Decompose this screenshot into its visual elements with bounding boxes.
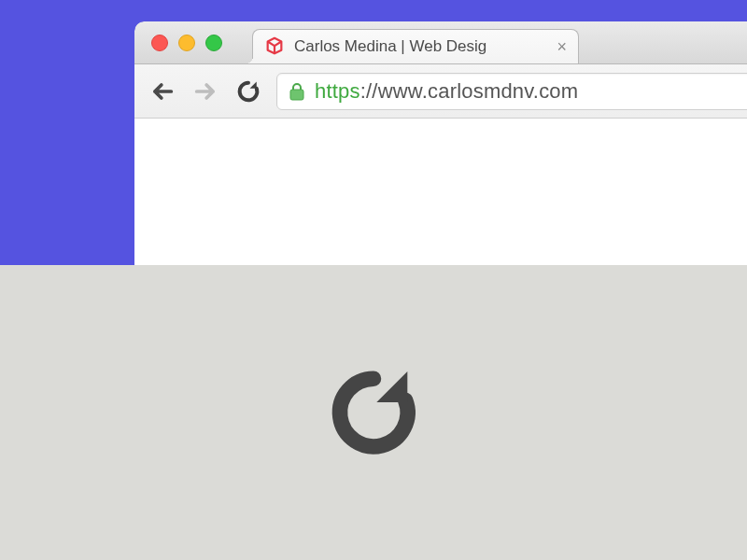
- toolbar: https://www.carlosmdnv.com: [134, 64, 747, 119]
- large-reload-icon: [322, 361, 425, 464]
- url-text: https://www.carlosmdnv.com: [315, 79, 578, 104]
- favicon-icon: [264, 36, 285, 57]
- maximize-window-button[interactable]: [205, 35, 222, 51]
- titlebar: Carlos Medina | Web Desig ×: [134, 21, 747, 64]
- tab-close-button[interactable]: ×: [557, 38, 567, 55]
- back-button[interactable]: [148, 77, 177, 106]
- close-window-button[interactable]: [151, 35, 168, 51]
- forward-button[interactable]: [190, 77, 220, 106]
- gray-panel: [0, 265, 747, 560]
- arrow-left-icon: [149, 78, 176, 105]
- browser-window: Carlos Medina | Web Desig ×: [134, 21, 747, 265]
- address-bar[interactable]: https://www.carlosmdnv.com: [276, 73, 747, 110]
- svg-rect-0: [290, 90, 303, 100]
- minimize-window-button[interactable]: [178, 35, 195, 51]
- reload-icon: [235, 78, 261, 105]
- reload-button[interactable]: [233, 77, 263, 106]
- url-rest: //www.carlosmdnv.com: [366, 79, 578, 103]
- arrow-right-icon: [192, 78, 218, 105]
- url-scheme: https: [315, 79, 360, 103]
- window-controls: [151, 35, 222, 51]
- browser-tab[interactable]: Carlos Medina | Web Desig ×: [252, 29, 579, 63]
- page-viewport: [134, 119, 747, 265]
- lock-icon: [289, 82, 305, 101]
- tab-title: Carlos Medina | Web Desig: [294, 37, 547, 56]
